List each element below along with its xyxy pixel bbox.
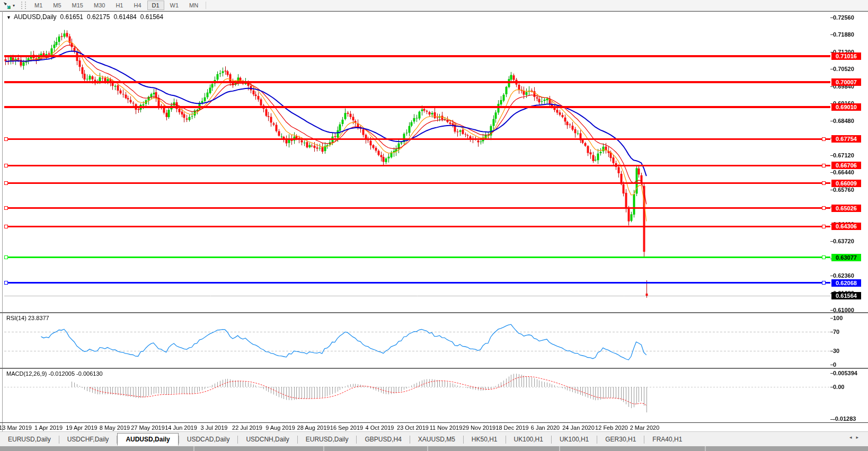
date-axis-label: 14 Jun 2019 [165,425,197,431]
chart-symbol-label: AUDUSD,Daily [14,13,57,21]
level-anchor-handle[interactable] [4,206,8,210]
level-price-label: 0.66706 [831,162,861,169]
rsi-scale-tick: 0 [833,361,836,368]
horizontal-level-line-0.66706[interactable] [4,165,830,166]
macd-indicator-label: MACD(12,26,9) -0.012005 -0.006130 [6,370,103,377]
quote-close: 0.61564 [140,13,163,21]
level-anchor-handle[interactable] [4,281,8,285]
level-anchor-handle[interactable] [822,181,826,185]
tab-scroll-left-icon[interactable]: ◂ [849,435,856,440]
level-anchor-handle[interactable] [4,181,8,185]
scrollbar-mark [559,446,560,451]
date-axis-label: 16 Sep 2019 [330,425,363,431]
macd-panel-separator[interactable] [0,368,868,369]
mt4-window: ▾ M1M5M15M30H1H4D1W1MN ▼AUDUSD,Daily0.61… [0,0,868,451]
price-axis-tick: 0.65760 [833,187,854,193]
chart-bottom-border [0,422,868,423]
tab-audusd-daily[interactable]: AUDUSD,Daily [117,433,178,446]
level-anchor-handle[interactable] [822,206,826,210]
level-anchor-handle[interactable] [822,255,826,259]
level-anchor-handle[interactable] [4,225,8,228]
level-price-label: 0.65026 [831,205,861,212]
macd-scale-top: 0.005394 [833,370,857,376]
date-axis-label: 2 Mar 2020 [630,425,660,431]
tab-usdcad-daily[interactable]: USDCAD,Daily [179,434,238,445]
level-price-label: 0.66009 [831,180,861,187]
quote-high: 0.62175 [87,13,110,21]
level-price-label: 0.67754 [831,135,861,143]
level-anchor-handle[interactable] [822,164,826,167]
rsi-scale-tick: 70 [833,329,839,335]
chart-title: ▼AUDUSD,Daily0.616510.621750.614840.6156… [6,13,163,21]
tab-eurusd-daily[interactable]: EURUSD,Daily [298,434,357,445]
bottom-scrollbar-track[interactable] [0,446,868,451]
horizontal-level-line-0.64306[interactable] [4,226,830,227]
horizontal-level-line-0.62068[interactable] [4,282,830,284]
tab-fra40-h1[interactable]: FRA40,H1 [644,434,690,445]
scrollbar-mark [705,446,706,451]
horizontal-level-line-0.71016[interactable] [4,55,830,57]
tab-eurusd-daily[interactable]: EURUSD,Daily [0,434,59,445]
level-anchor-handle[interactable] [4,255,8,259]
collapse-icon[interactable]: ▼ [6,15,11,20]
tab-uk100-h1[interactable]: UK100,H1 [506,434,551,445]
scrollbar-mark [323,446,324,451]
level-price-label: 0.62068 [831,279,861,287]
date-axis-label: 12 Feb 2020 [595,425,628,431]
tab-gbpusd-h4[interactable]: GBPUSD,H4 [357,434,409,445]
scrollbar-mark [427,446,428,451]
date-axis-label: 23 Oct 2019 [397,425,429,431]
level-price-label: 0.70007 [831,78,861,86]
tab-ger30-h1[interactable]: GER30,H1 [597,434,644,445]
tab-xauusd-m5[interactable]: XAUUSD,M5 [410,434,463,445]
level-anchor-handle[interactable] [4,164,8,167]
level-anchor-handle[interactable] [822,225,826,228]
price-axis-tick: 0.68480 [833,118,854,124]
horizontal-level-line-0.63077[interactable] [4,257,830,258]
tab-uk100-h1[interactable]: UK100,H1 [552,434,597,445]
price-axis-tick: 0.66440 [833,169,854,175]
tab-scroll-arrows[interactable]: ◂▸ [849,435,863,440]
tab-hk50-h1[interactable]: HK50,H1 [464,434,506,445]
horizontal-level-line-0.69010[interactable] [4,106,830,108]
rsi-indicator-label: RSI(14) 23.8377 [6,315,49,321]
chart-tab-bar: EURUSD,DailyUSDCHF,DailyAUDUSD,DailyUSDC… [0,431,868,447]
price-axis-tick: 0.70520 [833,66,854,72]
current-price-label: 0.61564 [831,292,861,299]
horizontal-level-line-0.67754[interactable] [4,138,830,140]
level-price-label: 0.63077 [831,254,861,261]
date-axis-label: 1 Apr 2019 [34,425,63,431]
price-axis-tick: 0.63720 [833,238,854,244]
macd-scale-bottom: -0.01283 [833,415,856,422]
rsi-panel-separator[interactable] [0,312,868,313]
macd-values: -0.012005 -0.006130 [48,370,102,377]
tab-usdcnh-daily[interactable]: USDCNH,Daily [238,434,297,445]
macd-scale-zero: 0.00 [833,384,844,390]
tab-scroll-right-icon[interactable]: ▸ [856,435,863,440]
date-axis-label: 6 Jan 2020 [531,425,560,431]
level-anchor-handle[interactable] [822,281,826,285]
level-price-label: 0.71016 [831,52,861,60]
level-anchor-handle[interactable] [822,137,826,141]
date-axis-label: 4 Oct 2019 [366,425,394,431]
tab-usdchf-daily[interactable]: USDCHF,Daily [59,434,117,445]
date-axis-label: 22 Jul 2019 [232,425,262,431]
level-price-label: 0.64306 [831,223,861,230]
quote-low: 0.61484 [113,13,136,21]
horizontal-level-line-0.70007[interactable] [4,81,830,83]
price-axis-tick: 0.72560 [833,14,854,21]
price-axis-tick: 0.62360 [833,272,854,279]
horizontal-level-line-0.65026[interactable] [4,207,830,209]
date-axis-label: 24 Jan 2020 [562,425,595,431]
date-axis-label: 29 Nov 2019 [463,425,495,431]
date-axis-label: 3 Jul 2019 [201,425,228,431]
rsi-scale-tick: 30 [833,348,839,354]
level-anchor-handle[interactable] [4,137,8,141]
date-axis-label: 28 Aug 2019 [297,425,330,431]
price-axis-tick: 0.67120 [833,152,854,158]
horizontal-level-line-0.66009[interactable] [4,182,830,184]
date-axis-label: 18 Dec 2019 [495,425,528,431]
scrollbar-mark [193,446,194,451]
date-axis-label: 19 Apr 2019 [66,425,97,431]
date-axis-label: 13 Mar 2019 [0,425,32,431]
